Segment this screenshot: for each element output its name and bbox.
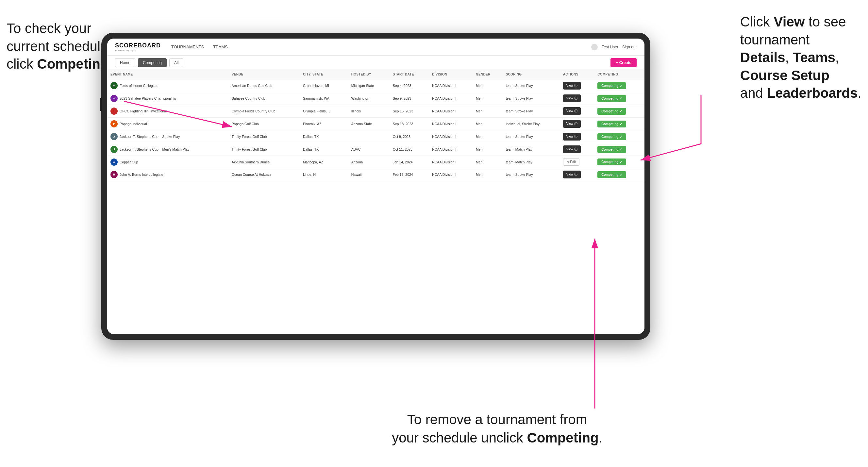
cell-actions: View ⓘ xyxy=(560,92,594,105)
sign-out-link[interactable]: Sign out xyxy=(622,45,637,49)
event-name-text: John A. Burns Intercollegiate xyxy=(120,173,163,177)
scoreboard-subtitle: Powered by clippi xyxy=(115,49,161,52)
table-row: JJackson T. Stephens Cup – Men's Match P… xyxy=(107,143,645,156)
cell-competing: Competing xyxy=(594,156,645,168)
competing-button[interactable]: Competing xyxy=(597,146,626,153)
view-button[interactable]: View ⓘ xyxy=(563,170,581,179)
col-competing: COMPETING xyxy=(594,70,645,79)
cell-venue: Papago Golf Club xyxy=(228,118,300,130)
competing-bottom-bold: Competing xyxy=(527,430,598,445)
cell-scoring: team, Match Play xyxy=(503,156,560,168)
leaderboards-bold-label: Leaderboards xyxy=(767,85,858,101)
competing-button[interactable]: Competing xyxy=(597,108,626,115)
cell-city-state: Dallas, TX xyxy=(300,130,348,143)
cell-gender: Men xyxy=(472,92,503,105)
view-bold-label: View xyxy=(774,14,805,29)
view-button[interactable]: View ⓘ xyxy=(563,82,581,90)
cell-event-name: W2023 Sahalee Players Championship xyxy=(107,92,228,105)
cell-gender: Men xyxy=(472,130,503,143)
nav-items: TOURNAMENTS TEAMS xyxy=(171,43,591,51)
tablet-screen: SCOREBOARD Powered by clippi TOURNAMENTS… xyxy=(107,38,645,334)
col-venue: VENUE xyxy=(228,70,300,79)
view-button[interactable]: View ⓘ xyxy=(563,146,581,153)
cell-hosted-by xyxy=(348,130,390,143)
cell-division: NCAA Division I xyxy=(429,118,472,130)
cell-actions: View ⓘ xyxy=(560,143,594,156)
table-row: W2023 Sahalee Players ChampionshipSahale… xyxy=(107,92,645,105)
team-logo: J xyxy=(111,146,118,153)
view-button[interactable]: View ⓘ xyxy=(563,120,581,128)
cell-actions: View ⓘ xyxy=(560,118,594,130)
event-name-text: Folds of Honor Collegiate xyxy=(120,84,158,88)
nav-right: Test User Sign out xyxy=(591,44,637,50)
teams-bold-label: Teams xyxy=(793,50,835,65)
annotation-bottom: To remove a tournament from your schedul… xyxy=(392,410,602,447)
details-bold-label: Details xyxy=(740,50,785,65)
edit-button[interactable]: ✎ Edit xyxy=(563,158,580,166)
top-nav: SCOREBOARD Powered by clippi TOURNAMENTS… xyxy=(107,38,645,56)
competing-button[interactable]: Competing xyxy=(597,121,626,127)
cell-scoring: team, Match Play xyxy=(503,143,560,156)
competing-button[interactable]: Competing xyxy=(597,133,626,140)
cell-competing: Competing xyxy=(594,168,645,181)
cell-scoring: team, Stroke Play xyxy=(503,168,560,181)
competing-tab[interactable]: Competing xyxy=(138,58,167,67)
home-tab[interactable]: Home xyxy=(115,58,135,67)
competing-button[interactable]: Competing xyxy=(597,95,626,102)
sub-nav: Home Competing All + Create xyxy=(107,56,645,70)
team-logo: P xyxy=(111,120,118,127)
cell-venue: Ak-Chin Southern Dunes xyxy=(228,156,300,168)
cell-division: NCAA Division I xyxy=(429,156,472,168)
team-logo: J xyxy=(111,133,118,140)
cell-hosted-by: Hawaii xyxy=(348,168,390,181)
cell-event-name: JJackson T. Stephens Cup – Men's Match P… xyxy=(107,143,228,156)
user-icon xyxy=(591,44,598,50)
cell-event-name: MFolds of Honor Collegiate xyxy=(107,79,228,92)
cell-gender: Men xyxy=(472,156,503,168)
annotation-top-left: To check your current schedule, click Co… xyxy=(6,20,113,73)
cell-hosted-by: Illinois xyxy=(348,105,390,118)
col-actions: ACTIONS xyxy=(560,70,594,79)
cell-scoring: team, Stroke Play xyxy=(503,130,560,143)
view-button[interactable]: View ⓘ xyxy=(563,107,581,115)
cell-venue: Sahalee Country Club xyxy=(228,92,300,105)
cell-city-state: Maricopa, AZ xyxy=(300,156,348,168)
view-button[interactable]: View ⓘ xyxy=(563,94,581,102)
cell-venue: Ocean Course At Hokuala xyxy=(228,168,300,181)
col-city-state: CITY, STATE xyxy=(300,70,348,79)
cell-actions: View ⓘ xyxy=(560,168,594,181)
col-division: DIVISION xyxy=(429,70,472,79)
cell-city-state: Olympia Fields, IL xyxy=(300,105,348,118)
cell-hosted-by: ABAC xyxy=(348,143,390,156)
cell-scoring: team, Stroke Play xyxy=(503,105,560,118)
team-logo: M xyxy=(111,82,118,89)
cell-venue: Trinity Forest Golf Club xyxy=(228,130,300,143)
cell-gender: Men xyxy=(472,105,503,118)
competing-button[interactable]: Competing xyxy=(597,82,626,89)
cell-hosted-by: Washington xyxy=(348,92,390,105)
tablet-device: SCOREBOARD Powered by clippi TOURNAMENTS… xyxy=(101,33,650,340)
event-name-text: Jackson T. Stephens Cup – Stroke Play xyxy=(120,135,180,138)
course-setup-bold-label: Course Setup xyxy=(740,68,830,83)
cell-division: NCAA Division I xyxy=(429,105,472,118)
event-name-text: Jackson T. Stephens Cup – Men's Match Pl… xyxy=(120,147,189,151)
cell-start-date: Jan 14, 2024 xyxy=(390,156,429,168)
nav-teams[interactable]: TEAMS xyxy=(213,43,228,51)
event-name-text: Papago Individual xyxy=(120,122,147,126)
competing-button[interactable]: Competing xyxy=(597,171,626,178)
cell-start-date: Oct 9, 2023 xyxy=(390,130,429,143)
cell-event-name: JJackson T. Stephens Cup – Stroke Play xyxy=(107,130,228,143)
team-logo: I xyxy=(111,107,118,115)
cell-city-state: Lihue, HI xyxy=(300,168,348,181)
view-button[interactable]: View ⓘ xyxy=(563,133,581,141)
create-button[interactable]: + Create xyxy=(611,58,637,67)
cell-scoring: team, Stroke Play xyxy=(503,79,560,92)
all-tab[interactable]: All xyxy=(169,58,183,67)
cell-actions: View ⓘ xyxy=(560,105,594,118)
cell-competing: Competing xyxy=(594,79,645,92)
competing-button[interactable]: Competing xyxy=(597,158,626,165)
nav-tournaments[interactable]: TOURNAMENTS xyxy=(171,43,204,51)
sub-nav-right: + Create xyxy=(611,58,637,67)
cell-city-state: Phoenix, AZ xyxy=(300,118,348,130)
cell-city-state: Sammamish, WA xyxy=(300,92,348,105)
